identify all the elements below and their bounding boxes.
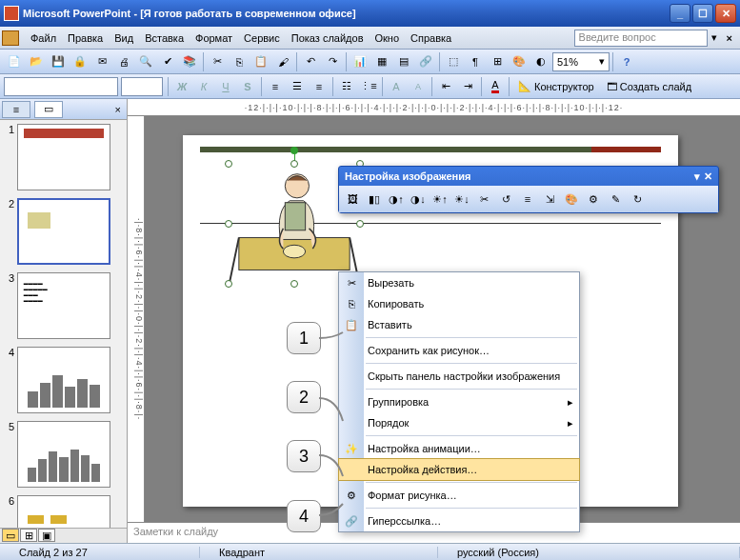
show-formatting-icon[interactable]: ¶ [465, 51, 486, 72]
insert-pic-icon[interactable]: 🖼 [342, 189, 363, 210]
ctx-order[interactable]: Порядок▸ [339, 412, 579, 433]
increase-indent-icon[interactable]: ⇥ [457, 76, 478, 97]
cut-icon[interactable]: ✂ [207, 51, 228, 72]
less-brightness-icon[interactable]: ☀↓ [451, 189, 472, 210]
permissions-icon[interactable]: 🔒 [70, 51, 90, 72]
sorter-view-button[interactable]: ⊞ [20, 529, 37, 542]
menu-window[interactable]: Окно [370, 30, 406, 47]
decrease-font-icon[interactable]: A [408, 76, 429, 97]
more-contrast-icon[interactable]: ◑↑ [386, 189, 407, 210]
ask-question-input[interactable]: Введите вопрос [574, 30, 708, 47]
thumb-3[interactable]: 3▬▬▬▬▬▬▬▬▬▬▬▬▬▬▬▬ [4, 272, 123, 339]
slideshow-view-button[interactable]: ▣ [38, 529, 55, 542]
resize-handle-nw[interactable] [225, 160, 232, 168]
ctx-hyperlink[interactable]: 🔗Гиперссылка… [339, 510, 579, 531]
decrease-indent-icon[interactable]: ⇤ [435, 76, 456, 97]
less-contrast-icon[interactable]: ◑↓ [408, 189, 429, 210]
menu-insert[interactable]: Вставка [139, 30, 190, 47]
open-icon[interactable]: 📂 [26, 51, 47, 72]
grid-icon[interactable]: ⊞ [487, 51, 508, 72]
picture-toolbar-dropdown-icon[interactable]: ▾ [694, 170, 700, 183]
recolor-icon[interactable]: 🎨 [561, 189, 582, 210]
align-right-icon[interactable]: ≡ [309, 76, 330, 97]
close-button[interactable]: ✕ [715, 4, 736, 23]
rotate-left-icon[interactable]: ↺ [495, 189, 516, 210]
normal-view-button[interactable]: ▭ [2, 529, 19, 542]
minimize-button[interactable]: _ [670, 4, 690, 23]
resize-handle-sw[interactable] [225, 280, 232, 288]
picture-toolbar[interactable]: Настройка изображения ▾✕ 🖼 ▮▯ ◑↑ ◑↓ ☀↑ ☀… [338, 166, 719, 213]
bullets-icon[interactable]: ⋮≡ [358, 76, 379, 97]
hyperlink-icon[interactable]: 🔗 [415, 51, 436, 72]
grayscale-icon[interactable]: ◐ [530, 51, 551, 72]
color-mode-icon[interactable]: ▮▯ [364, 189, 385, 210]
italic-icon[interactable]: К [193, 76, 214, 97]
preview-icon[interactable]: 🔍 [135, 51, 156, 72]
menu-format[interactable]: Формат [190, 30, 238, 47]
ctx-copy[interactable]: ⎘Копировать [339, 293, 579, 314]
thumbnails-list[interactable]: 1 2 3▬▬▬▬▬▬▬▬▬▬▬▬▬▬▬▬ 4 5 6 [0, 120, 127, 528]
menu-file[interactable]: Файл [25, 30, 62, 47]
resize-handle-n[interactable] [290, 160, 298, 168]
more-brightness-icon[interactable]: ☀↑ [430, 189, 450, 210]
ctx-cut[interactable]: ✂Вырезать [339, 272, 579, 293]
transparent-icon[interactable]: ✎ [605, 189, 626, 210]
resize-handle-e[interactable] [356, 220, 364, 228]
redo-icon[interactable]: ↷ [322, 51, 343, 72]
resize-handle-w[interactable] [225, 220, 232, 228]
designer-button[interactable]: 📐Конструктор [512, 76, 600, 97]
menu-tools[interactable]: Сервис [238, 30, 286, 47]
paste-icon[interactable]: 📋 [250, 51, 271, 72]
outline-tab[interactable]: ≡ [2, 101, 30, 118]
ctx-action-settings[interactable]: Настройка действия… [339, 459, 579, 480]
font-select[interactable] [4, 77, 118, 96]
zoom-input[interactable]: 51%▾ [552, 52, 610, 71]
table-icon[interactable]: ▦ [371, 51, 392, 72]
reset-pic-icon[interactable]: ↻ [627, 189, 648, 210]
menu-edit[interactable]: Правка [62, 30, 109, 47]
ctx-paste[interactable]: 📋Вставить [339, 314, 579, 335]
email-icon[interactable]: ✉ [91, 51, 112, 72]
ctx-animation[interactable]: ✨Настройка анимации… [339, 438, 579, 459]
help-dropdown[interactable]: ▾ [708, 31, 721, 44]
line-style-icon[interactable]: ≡ [517, 189, 538, 210]
slides-tab[interactable]: ▭ [34, 101, 63, 118]
align-left-icon[interactable]: ≡ [265, 76, 286, 97]
maximize-button[interactable]: ☐ [692, 4, 713, 23]
format-painter-icon[interactable]: 🖌 [272, 51, 293, 72]
ctx-save-as-picture[interactable]: Сохранить как рисунок… [339, 340, 579, 361]
menu-help[interactable]: Справка [405, 30, 457, 47]
save-icon[interactable]: 💾 [48, 51, 69, 72]
spell-icon[interactable]: ✔ [157, 51, 178, 72]
numbering-icon[interactable]: ☷ [336, 76, 357, 97]
ctx-format-picture[interactable]: ⚙Формат рисунка… [339, 485, 579, 506]
compress-icon[interactable]: ⇲ [539, 189, 560, 210]
rotate-handle[interactable] [290, 147, 298, 154]
thumb-6[interactable]: 6 [4, 495, 123, 528]
thumb-1[interactable]: 1 [4, 124, 123, 190]
menu-slideshow[interactable]: Показ слайдов [286, 30, 370, 47]
chart-icon[interactable]: 📊 [350, 51, 370, 72]
resize-handle-s[interactable] [290, 280, 298, 288]
picture-toolbar-close-icon[interactable]: ✕ [704, 170, 712, 183]
undo-icon[interactable]: ↶ [300, 51, 321, 72]
format-pic-icon[interactable]: ⚙ [583, 189, 604, 210]
font-color-icon[interactable]: A [485, 76, 506, 97]
bold-icon[interactable]: Ж [171, 76, 192, 97]
expand-icon[interactable]: ⬚ [443, 51, 464, 72]
pane-close-icon[interactable]: × [110, 104, 127, 115]
new-icon[interactable]: 📄 [4, 51, 25, 72]
font-size-select[interactable] [121, 77, 163, 96]
research-icon[interactable]: 📚 [179, 51, 200, 72]
print-icon[interactable]: 🖨 [113, 51, 134, 72]
crop-icon[interactable]: ✂ [473, 189, 494, 210]
underline-icon[interactable]: Ч [215, 76, 236, 97]
ctx-group[interactable]: Группировка▸ [339, 391, 579, 412]
copy-icon[interactable]: ⎘ [229, 51, 250, 72]
help-icon[interactable]: ? [616, 51, 637, 72]
tables-borders-icon[interactable]: ▤ [393, 51, 414, 72]
align-center-icon[interactable]: ☰ [287, 76, 308, 97]
color-icon[interactable]: 🎨 [509, 51, 530, 72]
thumb-5[interactable]: 5 [4, 421, 123, 488]
thumb-2[interactable]: 2 [4, 198, 123, 265]
